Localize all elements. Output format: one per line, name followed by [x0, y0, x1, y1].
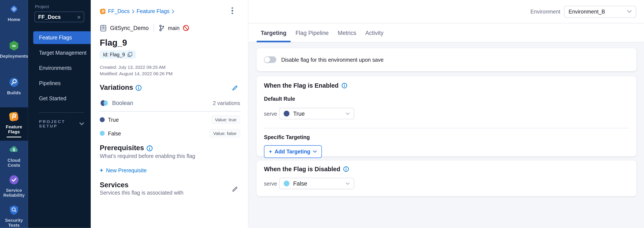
rail-item-cloud-costs[interactable]: $ Cloud Costs: [0, 141, 28, 171]
variation-row-false: False Value: false: [100, 129, 240, 137]
flag-id-chip[interactable]: Id: Flag_9: [100, 50, 136, 59]
edit-pencil-icon: [232, 186, 238, 193]
repository-icon: [100, 25, 107, 32]
git-repo-name: GitSync_Demo: [110, 25, 149, 31]
double-chevron-right-icon: »: [77, 14, 80, 20]
boolean-variation-icon: [100, 100, 109, 106]
copy-icon[interactable]: [128, 52, 133, 57]
divider: [100, 111, 240, 111]
breadcrumb-section-link[interactable]: Feature Flags: [137, 8, 170, 14]
flag-enabled-card: When the Flag is Enabled Default Rule se…: [256, 76, 636, 156]
default-rule-serve-row: serve True: [264, 108, 629, 119]
edit-services-button[interactable]: [230, 185, 239, 194]
environment-select[interactable]: Environment_B: [564, 6, 636, 18]
disable-flag-card: Disable flag for this environment upon s…: [256, 48, 636, 71]
active-module-underline: [7, 137, 22, 137]
tab-activity[interactable]: Activity: [361, 23, 388, 42]
chevron-right-icon: [172, 9, 174, 13]
flag-enabled-heading: When the Flag is Enabled: [264, 82, 339, 89]
sidebar-item-target-management[interactable]: Target Management: [28, 47, 91, 59]
security-tests-icon: [8, 203, 20, 216]
disabled-variation-select[interactable]: False: [279, 178, 354, 189]
cloud-costs-icon: $: [8, 144, 20, 156]
new-prerequisite-label: New Prerequisite: [106, 167, 147, 173]
serve-label: serve: [264, 110, 279, 117]
sidebar-item-environments[interactable]: Environments: [28, 62, 91, 75]
rail-item-builds[interactable]: Builds: [0, 73, 28, 98]
variation-name: True: [108, 117, 208, 123]
sidebar-item-feature-flags[interactable]: Feature Flags: [33, 31, 91, 44]
divider: [264, 128, 629, 128]
plus-icon: +: [100, 167, 103, 174]
targeting-content: Disable flag for this environment upon s…: [248, 42, 644, 228]
tab-label: Flag Pipeline: [296, 29, 329, 36]
rail-item-home[interactable]: Home: [0, 0, 28, 25]
project-label: Project: [35, 4, 91, 9]
variation-type-label: Boolean: [112, 100, 210, 106]
selected-variation: False: [293, 180, 342, 187]
breadcrumb-project-link[interactable]: FF_Docs: [108, 8, 130, 14]
flag-disabled-card: When the Flag is Disabled serve False: [256, 161, 636, 196]
new-prerequisite-button[interactable]: + New Prerequisite: [100, 167, 147, 174]
git-branch-name: main: [168, 25, 180, 31]
flag-enabled-header: When the Flag is Enabled: [264, 82, 629, 89]
info-icon[interactable]: [343, 166, 349, 172]
flag-created-date: Created: July 13, 2022 09:25 AM: [100, 64, 166, 69]
flag-options-menu-button[interactable]: [228, 5, 237, 16]
add-targeting-label: Add Targeting: [274, 149, 310, 155]
selected-variation: True: [293, 110, 342, 117]
flag-disabled-header: When the Flag is Disabled: [264, 165, 629, 172]
tab-targeting[interactable]: Targeting: [256, 23, 290, 42]
variations-heading: Variations: [100, 84, 133, 92]
flag-disabled-heading: When the Flag is Disabled: [264, 165, 340, 172]
rail-item-label: Feature Flags: [1, 124, 27, 134]
info-icon[interactable]: [146, 145, 153, 151]
variation-color-dot: [284, 110, 290, 116]
project-setup-section[interactable]: PROJECT SETUP: [39, 119, 84, 128]
project-selector[interactable]: FF_Docs »: [34, 12, 84, 22]
feature-flags-small-icon: [100, 8, 106, 14]
rail-item-security-tests[interactable]: Security Tests: [0, 201, 28, 228]
breadcrumb: FF_Docs Feature Flags: [100, 8, 174, 14]
variation-name: False: [108, 130, 206, 137]
tab-flag-pipeline[interactable]: Flag Pipeline: [292, 23, 333, 42]
sidebar-nav: Feature Flags Target Management Environm…: [28, 31, 91, 105]
serve-label: serve: [264, 180, 279, 187]
rail-item-service-reliability[interactable]: Service Reliability: [0, 171, 28, 201]
chevron-down-icon: [313, 150, 317, 153]
specific-targeting-label: Specific Targeting: [264, 134, 629, 140]
targeting-panel: Environment Environment_B Targeting Flag…: [248, 0, 644, 228]
services-heading: Services: [100, 181, 128, 189]
project-sidebar: Project FF_Docs » Feature Flags Target M…: [28, 0, 91, 228]
flag-detail-panel: FF_Docs Feature Flags GitSync_Demo main …: [91, 0, 248, 228]
variation-color-dot: [284, 181, 290, 186]
disable-flag-toggle[interactable]: [264, 56, 276, 63]
variation-color-dot: [100, 117, 105, 122]
default-rule-variation-select[interactable]: True: [279, 108, 354, 119]
info-icon[interactable]: [342, 82, 347, 88]
services-header: Services: [100, 181, 128, 189]
git-sync-row: GitSync_Demo main: [100, 24, 190, 32]
add-targeting-button[interactable]: + Add Targeting: [264, 145, 322, 158]
rail-item-deployments[interactable]: ∞ Deployments: [0, 37, 28, 62]
flag-id-text: Id: Flag_9: [103, 52, 125, 57]
prerequisites-heading: Prerequisites: [100, 144, 144, 152]
project-name: FF_Docs: [38, 14, 78, 20]
tab-label: Activity: [365, 29, 383, 36]
sidebar-divider: [39, 112, 84, 113]
sync-disabled-icon: [183, 25, 190, 31]
sidebar-item-pipelines[interactable]: Pipelines: [28, 77, 91, 90]
services-subtitle: Services this flag is associated with: [100, 190, 184, 196]
edit-pencil-icon: [232, 85, 238, 91]
info-icon[interactable]: [136, 85, 142, 91]
sidebar-item-get-started[interactable]: Get Started: [28, 92, 91, 105]
environment-label: Environment: [530, 8, 560, 15]
deployments-icon: ∞: [8, 39, 20, 52]
edit-variations-button[interactable]: [230, 84, 239, 92]
variation-row-true: True Value: true: [100, 116, 240, 124]
svg-text:$: $: [12, 147, 15, 152]
variation-type-row: Boolean 2 variations: [100, 100, 240, 106]
variation-count: 2 variations: [213, 100, 240, 106]
tab-metrics[interactable]: Metrics: [334, 23, 360, 42]
rail-item-feature-flags[interactable]: Feature Flags: [0, 107, 28, 141]
